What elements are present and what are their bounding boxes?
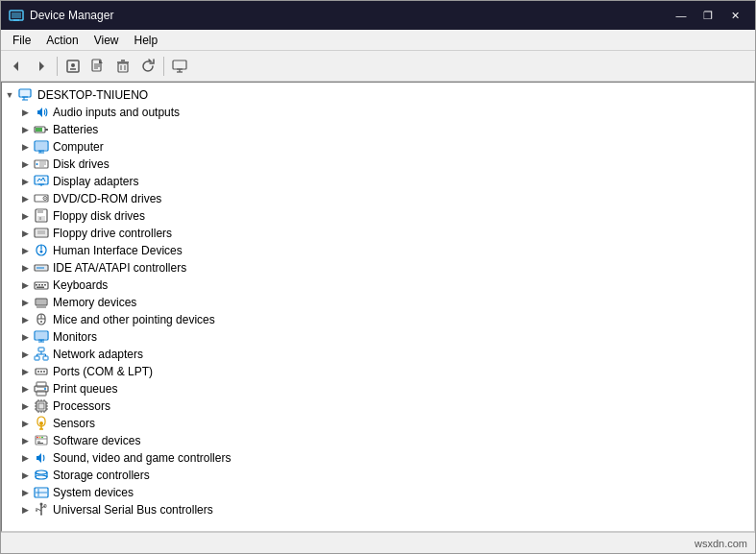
tree-item-usb[interactable]: ▶ Universal Serial Bus controllers (2, 501, 754, 518)
tree-item-disk[interactable]: ▶ Disk drives (2, 156, 754, 173)
tree-item-software[interactable]: ▶ Software devices (2, 432, 754, 449)
toggle-ide[interactable]: ▶ (17, 260, 33, 276)
tree-item-floppy[interactable]: ▶ Floppy disk drives (2, 207, 754, 225)
tree-item-ide[interactable]: ▶ IDE ATA/ATAPI controllers (2, 259, 754, 277)
toggle-sensors[interactable]: ▶ (17, 416, 33, 431)
tree-item-network[interactable]: ▶ Network adapters (2, 346, 754, 363)
tree-item-display[interactable]: ▶ Display adapters (2, 173, 754, 190)
toggle-floppy[interactable]: ▶ (17, 208, 33, 224)
computer-icon (17, 87, 35, 103)
menu-file[interactable]: File (5, 32, 38, 49)
toggle-audio[interactable]: ▶ (17, 105, 33, 120)
tree-item-audio[interactable]: ▶ Audio inputs and outputs (2, 104, 754, 121)
tree-item-ports[interactable]: ▶ Ports (COM & LPT) (2, 363, 754, 380)
usb-icon (33, 502, 50, 518)
network-label: Network adapters (53, 348, 143, 361)
tree-item-print[interactable]: ▶ Print queues (2, 380, 754, 397)
status-bar: wsxdn.com (1, 532, 755, 553)
mice-label: Mice and other pointing devices (53, 313, 215, 326)
title-bar-controls: — ❐ ✕ (669, 7, 747, 24)
svg-point-97 (43, 371, 45, 373)
toggle-display[interactable]: ▶ (17, 174, 33, 189)
toggle-floppy-ctrl[interactable]: ▶ (17, 226, 33, 241)
tree-item-keyboards[interactable]: ▶ Keyboards (2, 277, 754, 294)
batteries-label: Batteries (53, 123, 98, 136)
svg-rect-103 (38, 403, 44, 409)
close-button[interactable]: ✕ (722, 7, 747, 24)
root-toggle[interactable]: ▼ (2, 87, 17, 103)
properties-button[interactable] (61, 55, 85, 78)
floppy-ctrl-icon (33, 226, 50, 241)
display-icon (33, 174, 50, 189)
toggle-dvd[interactable]: ▶ (17, 191, 33, 206)
tree-root[interactable]: ▼ DESKTOP-TNIUENO (2, 86, 754, 104)
tree-item-sound[interactable]: ▶ Sound, video and game controllers (2, 449, 754, 467)
tree-item-storage[interactable]: ▶ Storage controllers (2, 467, 754, 484)
toggle-computer[interactable]: ▶ (17, 139, 33, 155)
toggle-system[interactable]: ▶ (17, 485, 33, 500)
audio-icon (33, 105, 50, 120)
tree-item-dvd[interactable]: ▶ DVD/CD-ROM drives (2, 190, 754, 207)
monitors-label: Monitors (53, 330, 97, 344)
toggle-disk[interactable]: ▶ (17, 157, 33, 172)
battery-icon (33, 122, 50, 137)
minimize-button[interactable]: — (669, 7, 694, 24)
tree-item-memory[interactable]: ▶ Memory (2, 294, 754, 311)
monitor-button[interactable] (168, 55, 191, 78)
software-label: Software devices (53, 434, 140, 447)
title-bar: Device Manager — ❐ ✕ (1, 1, 755, 30)
svg-rect-62 (36, 284, 37, 286)
svg-rect-15 (173, 60, 186, 69)
menu-action[interactable]: Action (38, 32, 85, 49)
toggle-monitors[interactable]: ▶ (17, 329, 33, 345)
menu-help[interactable]: Help (127, 32, 166, 49)
back-button[interactable] (5, 55, 28, 78)
sensors-label: Sensors (53, 417, 95, 430)
menu-view[interactable]: View (86, 32, 127, 49)
tree-item-sensors[interactable]: ▶ Sensors (2, 415, 754, 432)
tree-item-floppy-ctrl[interactable]: ▶ Floppy drive controllers (2, 225, 754, 242)
device-tree[interactable]: ▼ DESKTOP-TNIUENO ▶ (1, 82, 755, 532)
svg-point-33 (37, 163, 38, 165)
tree-item-monitors[interactable]: ▶ Monitors (2, 328, 754, 346)
window-icon (9, 8, 24, 23)
toggle-sound[interactable]: ▶ (17, 450, 33, 466)
tree-item-processors[interactable]: ▶ (2, 397, 754, 415)
tree-item-batteries[interactable]: ▶ Batteries (2, 121, 754, 138)
svg-rect-63 (38, 284, 40, 286)
device-manager-window: Device Manager — ❐ ✕ File Action View He… (0, 0, 756, 554)
toggle-keyboards[interactable]: ▶ (17, 277, 33, 293)
dvd-icon (33, 191, 50, 206)
hid-icon (33, 243, 50, 258)
toggle-ports[interactable]: ▶ (17, 364, 33, 379)
toggle-batteries[interactable]: ▶ (17, 122, 33, 137)
restore-button[interactable]: ❐ (695, 7, 720, 24)
tree-item-computer[interactable]: ▶ Computer (2, 138, 754, 156)
tree-item-hid[interactable]: ▶ Human Interface Devices (2, 242, 754, 259)
toggle-network[interactable]: ▶ (17, 347, 33, 362)
svg-rect-10 (118, 63, 128, 72)
toggle-hid[interactable]: ▶ (17, 243, 33, 258)
storage-label: Storage controllers (53, 469, 150, 482)
keyboards-label: Keyboards (53, 278, 108, 292)
tree-item-system[interactable]: ▶ System devices (2, 484, 754, 501)
svg-rect-83 (36, 332, 47, 339)
memory-icon (33, 295, 50, 310)
refresh-button[interactable] (136, 55, 159, 78)
toggle-software[interactable]: ▶ (17, 433, 33, 448)
network-icon (33, 347, 50, 362)
toggle-print[interactable]: ▶ (17, 381, 33, 397)
toggle-mice[interactable]: ▶ (17, 312, 33, 327)
new-button[interactable] (86, 55, 110, 78)
delete-button[interactable] (111, 55, 134, 78)
toggle-usb[interactable]: ▶ (17, 502, 33, 518)
toggle-storage[interactable]: ▶ (17, 468, 33, 483)
toolbar-separator-2 (163, 57, 164, 76)
computer-device-icon (33, 139, 50, 155)
forward-button[interactable] (30, 55, 53, 78)
dvd-label: DVD/CD-ROM drives (53, 192, 161, 205)
tree-item-mice[interactable]: ▶ Mice and other pointing devices (2, 311, 754, 328)
toggle-memory[interactable]: ▶ (17, 295, 33, 310)
toggle-processors[interactable]: ▶ (17, 398, 33, 414)
svg-rect-26 (45, 129, 48, 131)
